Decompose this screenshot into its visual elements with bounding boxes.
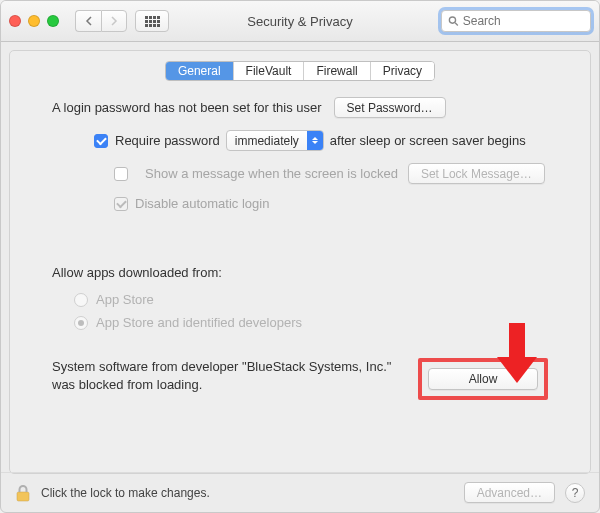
allow-apps-option2-label: App Store and identified developers bbox=[96, 315, 302, 330]
allow-apps-heading: Allow apps downloaded from: bbox=[52, 265, 548, 280]
set-lock-message-button[interactable]: Set Lock Message… bbox=[408, 163, 545, 184]
footer: Click the lock to make changes. Advanced… bbox=[1, 472, 599, 512]
tab-firewall[interactable]: Firewall bbox=[304, 62, 370, 80]
set-password-button[interactable]: Set Password… bbox=[334, 97, 446, 118]
tab-filevault[interactable]: FileVault bbox=[234, 62, 305, 80]
show-message-checkbox[interactable] bbox=[114, 167, 128, 181]
svg-line-1 bbox=[455, 23, 458, 26]
search-field[interactable] bbox=[441, 10, 591, 32]
annotation-arrow-icon bbox=[492, 321, 542, 391]
require-password-checkbox[interactable] bbox=[94, 134, 108, 148]
allow-apps-option1-label: App Store bbox=[96, 292, 154, 307]
titlebar: Security & Privacy bbox=[1, 1, 599, 42]
radio-icon bbox=[74, 316, 88, 330]
login-password-text: A login password has not been set for th… bbox=[52, 100, 322, 115]
zoom-icon[interactable] bbox=[47, 15, 59, 27]
search-input[interactable] bbox=[463, 14, 584, 28]
lock-icon[interactable] bbox=[15, 484, 31, 502]
window-title: Security & Privacy bbox=[247, 14, 352, 29]
nav-buttons bbox=[75, 10, 127, 32]
preferences-window: Security & Privacy General FileVault Fir… bbox=[0, 0, 600, 513]
require-password-delay-select[interactable]: immediately bbox=[226, 130, 324, 151]
svg-marker-3 bbox=[497, 357, 537, 383]
chevron-up-down-icon bbox=[307, 131, 323, 150]
svg-rect-4 bbox=[17, 492, 29, 501]
advanced-button[interactable]: Advanced… bbox=[464, 482, 555, 503]
close-icon[interactable] bbox=[9, 15, 21, 27]
show-all-button[interactable] bbox=[135, 10, 169, 32]
radio-icon bbox=[74, 293, 88, 307]
require-password-prefix: Require password bbox=[115, 133, 220, 148]
allow-apps-option-identified[interactable]: App Store and identified developers bbox=[74, 315, 548, 330]
tab-general[interactable]: General bbox=[166, 62, 234, 80]
back-button[interactable] bbox=[75, 10, 101, 32]
blocked-software-message: System software from developer "BlueStac… bbox=[52, 358, 398, 394]
window-controls bbox=[9, 15, 59, 27]
forward-button[interactable] bbox=[101, 10, 127, 32]
main-panel: General FileVault Firewall Privacy A log… bbox=[9, 50, 591, 474]
footer-text: Click the lock to make changes. bbox=[41, 486, 454, 500]
tab-bar: General FileVault Firewall Privacy bbox=[10, 61, 590, 81]
grid-icon bbox=[145, 16, 160, 27]
minimize-icon[interactable] bbox=[28, 15, 40, 27]
disable-auto-login-checkbox[interactable] bbox=[114, 197, 128, 211]
svg-point-0 bbox=[449, 17, 455, 23]
show-message-label: Show a message when the screen is locked bbox=[145, 166, 398, 181]
svg-rect-2 bbox=[509, 323, 525, 358]
help-button[interactable]: ? bbox=[565, 483, 585, 503]
disable-auto-login-label: Disable automatic login bbox=[135, 196, 269, 211]
search-icon bbox=[448, 15, 459, 27]
allow-apps-option-appstore[interactable]: App Store bbox=[74, 292, 548, 307]
require-password-suffix: after sleep or screen saver begins bbox=[330, 133, 526, 148]
require-password-delay-value: immediately bbox=[227, 134, 307, 148]
tab-privacy[interactable]: Privacy bbox=[371, 62, 434, 80]
